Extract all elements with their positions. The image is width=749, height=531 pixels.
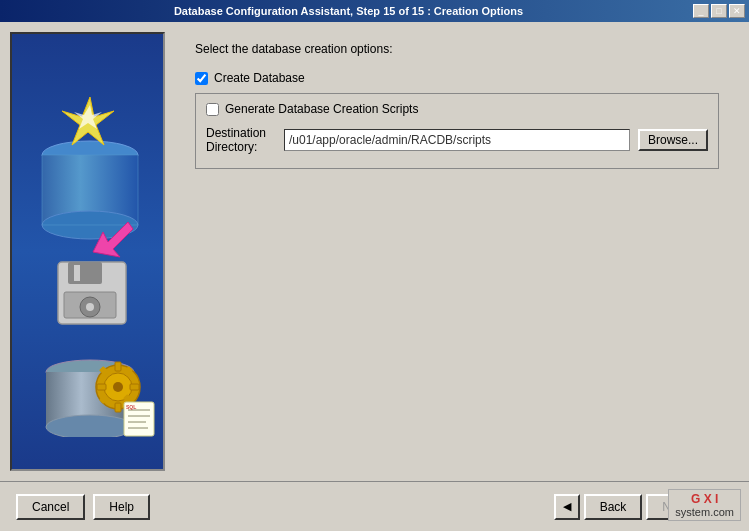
svg-rect-9 bbox=[74, 265, 80, 281]
destination-label: DestinationDirectory: bbox=[206, 126, 276, 154]
title-bar-text: Database Configuration Assistant, Step 1… bbox=[4, 5, 693, 17]
generate-scripts-group: Generate Database Creation Scripts Desti… bbox=[195, 93, 719, 169]
bottom-bar: Cancel Help ◀ Back Next ▶ bbox=[0, 481, 749, 531]
help-button[interactable]: Help bbox=[93, 494, 150, 520]
svg-point-18 bbox=[113, 382, 123, 392]
svg-rect-22 bbox=[130, 384, 139, 390]
bottom-left-buttons: Cancel Help bbox=[16, 494, 150, 520]
svg-rect-19 bbox=[115, 362, 121, 371]
svg-point-12 bbox=[86, 303, 94, 311]
svg-rect-20 bbox=[115, 403, 121, 412]
svg-rect-8 bbox=[68, 262, 102, 284]
right-panel: Select the database creation options: Cr… bbox=[175, 32, 739, 471]
svg-rect-21 bbox=[97, 384, 106, 390]
destination-row: DestinationDirectory: Browse... bbox=[206, 126, 708, 154]
window-body: SQL Select the database creati bbox=[0, 22, 749, 531]
content-area: SQL Select the database creati bbox=[0, 22, 749, 481]
browse-button[interactable]: Browse... bbox=[638, 129, 708, 151]
generate-scripts-checkbox[interactable] bbox=[206, 103, 219, 116]
illustration: SQL bbox=[18, 67, 158, 437]
prompt-text: Select the database creation options: bbox=[195, 42, 719, 56]
left-panel: SQL bbox=[10, 32, 165, 471]
back-button[interactable]: Back bbox=[584, 494, 643, 520]
watermark-line2: system.com bbox=[675, 506, 734, 518]
generate-scripts-label: Generate Database Creation Scripts bbox=[225, 102, 418, 116]
create-database-label: Create Database bbox=[214, 71, 305, 85]
minimize-button[interactable]: _ bbox=[693, 4, 709, 18]
close-button[interactable]: ✕ bbox=[729, 4, 745, 18]
create-database-row: Create Database bbox=[195, 71, 719, 85]
cancel-button[interactable]: Cancel bbox=[16, 494, 85, 520]
create-database-checkbox[interactable] bbox=[195, 72, 208, 85]
svg-text:SQL: SQL bbox=[126, 404, 136, 410]
maximize-button[interactable]: □ bbox=[711, 4, 727, 18]
title-bar: Database Configuration Assistant, Step 1… bbox=[0, 0, 749, 22]
watermark-line1: G X I bbox=[675, 492, 734, 506]
destination-input[interactable] bbox=[284, 129, 630, 151]
back-arrow-button[interactable]: ◀ bbox=[554, 494, 580, 520]
svg-point-15 bbox=[46, 415, 134, 437]
